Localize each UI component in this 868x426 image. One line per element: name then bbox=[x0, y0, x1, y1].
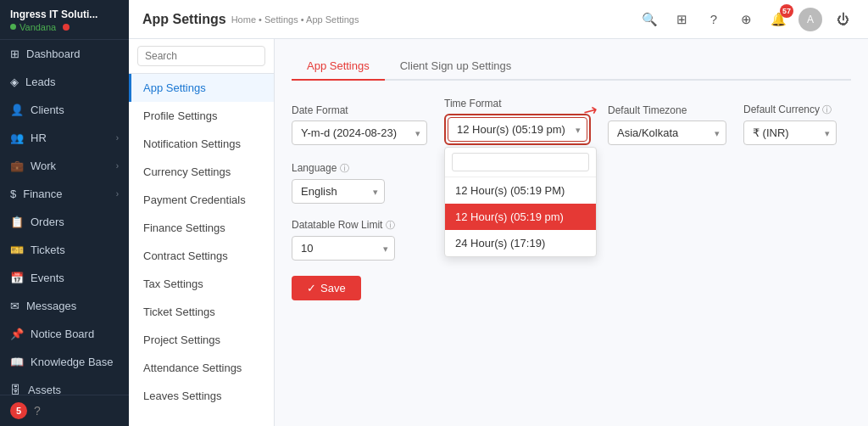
sidebar-item-clients[interactable]: 👤Clients bbox=[0, 96, 129, 124]
knowledge-base-icon: 📖 bbox=[10, 356, 24, 368]
sub-nav-project-settings[interactable]: Project Settings bbox=[129, 326, 274, 354]
time-format-select-wrap: 12 Hour(s) (05:19 pm) bbox=[448, 117, 587, 142]
messages-icon: ✉ bbox=[10, 300, 19, 312]
timezone-group: Default Timezone Asia/Kolkata bbox=[608, 104, 726, 145]
plus-icon[interactable]: ⊕ bbox=[734, 8, 758, 31]
sidebar-item-hr[interactable]: 👥HR › bbox=[0, 124, 129, 152]
currency-group: Default Currency ⓘ ₹ (INR) bbox=[743, 104, 837, 145]
chevron-icon-finance: › bbox=[116, 189, 119, 199]
sub-nav-app-settings[interactable]: App Settings bbox=[129, 74, 274, 102]
tab-client-signup[interactable]: Client Sign up Settings bbox=[385, 53, 527, 81]
row-limit-select[interactable]: 10 bbox=[292, 236, 395, 261]
timezone-select[interactable]: Asia/Kolkata bbox=[608, 121, 726, 145]
currency-select-wrap: ₹ (INR) bbox=[743, 121, 837, 145]
search-input[interactable] bbox=[137, 46, 265, 66]
time-option-12h-upper[interactable]: 12 Hour(s) (05:19 PM) bbox=[445, 177, 596, 204]
date-format-group: Date Format Y-m-d (2024-08-23) bbox=[292, 104, 427, 145]
finance-icon: $ bbox=[10, 188, 16, 200]
sub-nav-finance-settings[interactable]: Finance Settings bbox=[129, 214, 274, 242]
language-label: Language ⓘ bbox=[292, 162, 385, 175]
notification-bell[interactable]: 🔔 57 bbox=[766, 8, 790, 31]
timezone-select-wrap: Asia/Kolkata bbox=[608, 121, 726, 145]
language-select[interactable]: English bbox=[292, 179, 385, 204]
sidebar-item-knowledge-base[interactable]: 📖Knowledge Base bbox=[0, 348, 129, 376]
sub-nav-tax-settings[interactable]: Tax Settings bbox=[129, 270, 274, 298]
sidebar-item-orders[interactable]: 📋Orders bbox=[0, 208, 129, 236]
sidebar-logo: Ingress IT Soluti... Vandana bbox=[0, 0, 129, 40]
tab-app-settings[interactable]: App Settings bbox=[292, 53, 385, 81]
sub-nav-contract-settings[interactable]: Contract Settings bbox=[129, 242, 274, 270]
sidebar-label-leads: Leads bbox=[25, 76, 55, 88]
currency-select[interactable]: ₹ (INR) bbox=[743, 121, 837, 145]
page-title: App Settings bbox=[142, 12, 226, 27]
sub-nav-payment-credentials[interactable]: Payment Credentials bbox=[129, 186, 274, 214]
language-info-icon[interactable]: ⓘ bbox=[340, 163, 349, 173]
sub-nav-ticket-settings[interactable]: Ticket Settings bbox=[129, 298, 274, 326]
events-icon: 📅 bbox=[10, 272, 24, 284]
help-icon[interactable]: ? bbox=[34, 404, 41, 418]
time-format-group: Time Format 12 Hour(s) (05:19 pm) ↗ bbox=[444, 98, 591, 145]
sub-nav-profile-settings[interactable]: Profile Settings bbox=[129, 102, 274, 130]
time-option-12h-lower[interactable]: 12 Hour(s) (05:19 pm) bbox=[445, 204, 596, 230]
sidebar-item-messages[interactable]: ✉Messages bbox=[0, 292, 129, 320]
time-dropdown-search-input[interactable] bbox=[452, 153, 589, 171]
sub-sidebar: App Settings Profile Settings Notificati… bbox=[129, 39, 275, 426]
orders-icon: 📋 bbox=[10, 216, 24, 228]
sidebar-label-messages: Messages bbox=[26, 300, 76, 312]
chevron-icon-work: › bbox=[116, 161, 119, 171]
sidebar-label-events: Events bbox=[31, 272, 64, 284]
row-limit-select-wrap: 10 bbox=[292, 236, 395, 261]
sub-nav-attendance-settings[interactable]: Attendance Settings bbox=[129, 354, 274, 382]
sidebar-item-tickets[interactable]: 🎫Tickets bbox=[0, 236, 129, 264]
sub-nav-leaves-settings[interactable]: Leaves Settings bbox=[129, 382, 274, 410]
topbar-right: 🔍 ⊞ ? ⊕ 🔔 57 A ⏻ bbox=[637, 8, 854, 31]
notice-board-icon: 📌 bbox=[10, 328, 24, 340]
save-button[interactable]: ✓ Save bbox=[292, 276, 361, 300]
dashboard-icon: ⊞ bbox=[10, 48, 19, 60]
footer-badge[interactable]: 5 bbox=[10, 402, 27, 419]
date-format-label: Date Format bbox=[292, 104, 427, 116]
sub-nav-currency-settings[interactable]: Currency Settings bbox=[129, 158, 274, 186]
sidebar-item-assets[interactable]: 🗄Assets bbox=[0, 376, 129, 395]
grid-icon[interactable]: ⊞ bbox=[670, 8, 693, 31]
time-option-24h[interactable]: 24 Hour(s) (17:19) bbox=[445, 230, 596, 256]
time-format-select[interactable]: 12 Hour(s) (05:19 pm) bbox=[448, 117, 587, 142]
clients-icon: 👤 bbox=[10, 104, 24, 116]
row-limit-label: Datatable Row Limit ⓘ bbox=[292, 219, 395, 232]
breadcrumb: Home • Settings • App Settings bbox=[231, 14, 359, 25]
sidebar-item-finance[interactable]: $Finance › bbox=[0, 180, 129, 208]
sidebar-label-assets: Assets bbox=[28, 384, 61, 395]
avatar[interactable]: A bbox=[798, 8, 822, 31]
row-limit-info-icon[interactable]: ⓘ bbox=[386, 220, 395, 230]
sidebar: Ingress IT Soluti... Vandana ⊞Dashboard … bbox=[0, 0, 129, 426]
sidebar-label-dashboard: Dashboard bbox=[26, 48, 81, 60]
date-format-select-wrap: Y-m-d (2024-08-23) bbox=[292, 121, 427, 145]
row-limit-group: Datatable Row Limit ⓘ 10 bbox=[292, 219, 395, 261]
main-area: App Settings Home • Settings • App Setti… bbox=[129, 0, 868, 426]
sidebar-label-work: Work bbox=[31, 160, 56, 172]
sidebar-item-events[interactable]: 📅Events bbox=[0, 264, 129, 292]
sidebar-item-work[interactable]: 💼Work › bbox=[0, 152, 129, 180]
sidebar-item-dashboard[interactable]: ⊞Dashboard bbox=[0, 40, 129, 68]
search-icon[interactable]: 🔍 bbox=[637, 8, 661, 31]
currency-label: Default Currency ⓘ bbox=[743, 104, 837, 116]
sidebar-label-hr: HR bbox=[31, 132, 47, 144]
sub-nav-notification-settings[interactable]: Notification Settings bbox=[129, 130, 274, 158]
time-dropdown-search-area bbox=[445, 148, 596, 177]
sidebar-item-notice-board[interactable]: 📌Notice Board bbox=[0, 320, 129, 348]
currency-info-icon[interactable]: ⓘ bbox=[822, 104, 832, 115]
date-format-select[interactable]: Y-m-d (2024-08-23) bbox=[292, 121, 427, 145]
sidebar-label-clients: Clients bbox=[31, 104, 64, 116]
app-name: Ingress IT Soluti... bbox=[10, 8, 119, 22]
help-icon[interactable]: ? bbox=[702, 8, 726, 31]
assets-icon: 🗄 bbox=[10, 384, 21, 395]
topbar: App Settings Home • Settings • App Setti… bbox=[129, 0, 868, 39]
notification-count: 57 bbox=[780, 4, 793, 18]
hr-icon: 👥 bbox=[10, 132, 24, 144]
sidebar-label-orders: Orders bbox=[31, 216, 64, 228]
sidebar-nav: ⊞Dashboard ◈Leads 👤Clients 👥HR › 💼Work ›… bbox=[0, 40, 129, 395]
content-area: App Settings Client Sign up Settings Dat… bbox=[275, 39, 868, 426]
sub-search-area bbox=[129, 39, 274, 74]
sidebar-item-leads[interactable]: ◈Leads bbox=[0, 68, 129, 96]
power-icon[interactable]: ⏻ bbox=[831, 8, 854, 31]
